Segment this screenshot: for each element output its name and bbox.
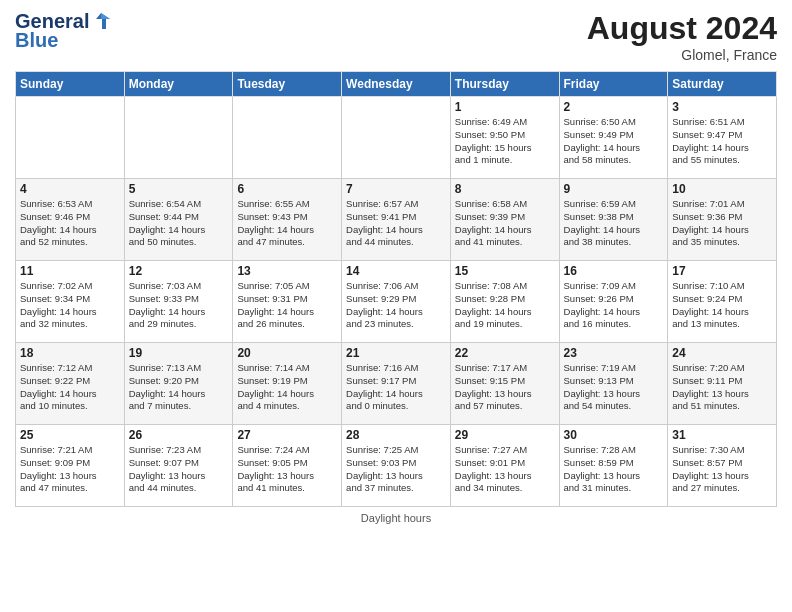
title-block: August 2024 Glomel, France (587, 10, 777, 63)
calendar-cell: 20Sunrise: 7:14 AM Sunset: 9:19 PM Dayli… (233, 343, 342, 425)
day-info: Sunrise: 6:49 AM Sunset: 9:50 PM Dayligh… (455, 116, 555, 167)
calendar-cell: 30Sunrise: 7:28 AM Sunset: 8:59 PM Dayli… (559, 425, 668, 507)
col-thursday: Thursday (450, 72, 559, 97)
calendar-cell: 21Sunrise: 7:16 AM Sunset: 9:17 PM Dayli… (342, 343, 451, 425)
calendar-cell: 22Sunrise: 7:17 AM Sunset: 9:15 PM Dayli… (450, 343, 559, 425)
day-number: 8 (455, 182, 555, 196)
calendar-cell: 9Sunrise: 6:59 AM Sunset: 9:38 PM Daylig… (559, 179, 668, 261)
day-number: 2 (564, 100, 664, 114)
day-number: 14 (346, 264, 446, 278)
daylight-hours-label: Daylight hours (361, 512, 431, 524)
day-info: Sunrise: 7:08 AM Sunset: 9:28 PM Dayligh… (455, 280, 555, 331)
calendar-cell: 7Sunrise: 6:57 AM Sunset: 9:41 PM Daylig… (342, 179, 451, 261)
day-info: Sunrise: 7:25 AM Sunset: 9:03 PM Dayligh… (346, 444, 446, 495)
day-number: 13 (237, 264, 337, 278)
calendar-cell: 16Sunrise: 7:09 AM Sunset: 9:26 PM Dayli… (559, 261, 668, 343)
calendar-cell: 26Sunrise: 7:23 AM Sunset: 9:07 PM Dayli… (124, 425, 233, 507)
calendar-cell: 14Sunrise: 7:06 AM Sunset: 9:29 PM Dayli… (342, 261, 451, 343)
calendar-week-3: 11Sunrise: 7:02 AM Sunset: 9:34 PM Dayli… (16, 261, 777, 343)
day-number: 3 (672, 100, 772, 114)
day-number: 26 (129, 428, 229, 442)
day-number: 12 (129, 264, 229, 278)
month-year: August 2024 (587, 10, 777, 47)
calendar-cell (16, 97, 125, 179)
day-number: 21 (346, 346, 446, 360)
day-info: Sunrise: 7:13 AM Sunset: 9:20 PM Dayligh… (129, 362, 229, 413)
calendar: Sunday Monday Tuesday Wednesday Thursday… (15, 71, 777, 507)
calendar-cell: 19Sunrise: 7:13 AM Sunset: 9:20 PM Dayli… (124, 343, 233, 425)
day-number: 7 (346, 182, 446, 196)
calendar-cell: 10Sunrise: 7:01 AM Sunset: 9:36 PM Dayli… (668, 179, 777, 261)
calendar-cell: 17Sunrise: 7:10 AM Sunset: 9:24 PM Dayli… (668, 261, 777, 343)
location: Glomel, France (587, 47, 777, 63)
day-info: Sunrise: 6:54 AM Sunset: 9:44 PM Dayligh… (129, 198, 229, 249)
day-number: 11 (20, 264, 120, 278)
calendar-cell: 11Sunrise: 7:02 AM Sunset: 9:34 PM Dayli… (16, 261, 125, 343)
calendar-cell (342, 97, 451, 179)
calendar-cell: 6Sunrise: 6:55 AM Sunset: 9:43 PM Daylig… (233, 179, 342, 261)
day-info: Sunrise: 7:01 AM Sunset: 9:36 PM Dayligh… (672, 198, 772, 249)
calendar-cell: 27Sunrise: 7:24 AM Sunset: 9:05 PM Dayli… (233, 425, 342, 507)
day-number: 10 (672, 182, 772, 196)
calendar-cell: 29Sunrise: 7:27 AM Sunset: 9:01 PM Dayli… (450, 425, 559, 507)
calendar-cell (124, 97, 233, 179)
calendar-cell: 4Sunrise: 6:53 AM Sunset: 9:46 PM Daylig… (16, 179, 125, 261)
day-number: 28 (346, 428, 446, 442)
day-info: Sunrise: 7:17 AM Sunset: 9:15 PM Dayligh… (455, 362, 555, 413)
calendar-cell: 3Sunrise: 6:51 AM Sunset: 9:47 PM Daylig… (668, 97, 777, 179)
page: General Blue August 2024 Glomel, France … (0, 0, 792, 612)
day-number: 23 (564, 346, 664, 360)
day-number: 19 (129, 346, 229, 360)
day-info: Sunrise: 7:03 AM Sunset: 9:33 PM Dayligh… (129, 280, 229, 331)
day-info: Sunrise: 7:09 AM Sunset: 9:26 PM Dayligh… (564, 280, 664, 331)
day-info: Sunrise: 7:28 AM Sunset: 8:59 PM Dayligh… (564, 444, 664, 495)
calendar-cell: 13Sunrise: 7:05 AM Sunset: 9:31 PM Dayli… (233, 261, 342, 343)
calendar-cell: 8Sunrise: 6:58 AM Sunset: 9:39 PM Daylig… (450, 179, 559, 261)
day-number: 17 (672, 264, 772, 278)
calendar-cell (233, 97, 342, 179)
col-wednesday: Wednesday (342, 72, 451, 97)
day-number: 24 (672, 346, 772, 360)
day-info: Sunrise: 6:58 AM Sunset: 9:39 PM Dayligh… (455, 198, 555, 249)
day-number: 20 (237, 346, 337, 360)
day-number: 25 (20, 428, 120, 442)
calendar-week-1: 1Sunrise: 6:49 AM Sunset: 9:50 PM Daylig… (16, 97, 777, 179)
svg-marker-1 (101, 13, 110, 19)
day-info: Sunrise: 7:20 AM Sunset: 9:11 PM Dayligh… (672, 362, 772, 413)
calendar-week-2: 4Sunrise: 6:53 AM Sunset: 9:46 PM Daylig… (16, 179, 777, 261)
day-number: 31 (672, 428, 772, 442)
calendar-cell: 24Sunrise: 7:20 AM Sunset: 9:11 PM Dayli… (668, 343, 777, 425)
day-number: 29 (455, 428, 555, 442)
calendar-cell: 5Sunrise: 6:54 AM Sunset: 9:44 PM Daylig… (124, 179, 233, 261)
day-info: Sunrise: 6:55 AM Sunset: 9:43 PM Dayligh… (237, 198, 337, 249)
day-number: 1 (455, 100, 555, 114)
day-number: 27 (237, 428, 337, 442)
calendar-week-4: 18Sunrise: 7:12 AM Sunset: 9:22 PM Dayli… (16, 343, 777, 425)
day-info: Sunrise: 6:51 AM Sunset: 9:47 PM Dayligh… (672, 116, 772, 167)
day-number: 15 (455, 264, 555, 278)
footer-note: Daylight hours (15, 512, 777, 524)
day-number: 30 (564, 428, 664, 442)
header: General Blue August 2024 Glomel, France (15, 10, 777, 63)
day-number: 4 (20, 182, 120, 196)
day-number: 18 (20, 346, 120, 360)
calendar-cell: 15Sunrise: 7:08 AM Sunset: 9:28 PM Dayli… (450, 261, 559, 343)
day-info: Sunrise: 7:16 AM Sunset: 9:17 PM Dayligh… (346, 362, 446, 413)
calendar-header-row: Sunday Monday Tuesday Wednesday Thursday… (16, 72, 777, 97)
col-monday: Monday (124, 72, 233, 97)
day-info: Sunrise: 6:57 AM Sunset: 9:41 PM Dayligh… (346, 198, 446, 249)
col-tuesday: Tuesday (233, 72, 342, 97)
day-info: Sunrise: 7:27 AM Sunset: 9:01 PM Dayligh… (455, 444, 555, 495)
day-info: Sunrise: 7:05 AM Sunset: 9:31 PM Dayligh… (237, 280, 337, 331)
day-number: 16 (564, 264, 664, 278)
day-info: Sunrise: 6:53 AM Sunset: 9:46 PM Dayligh… (20, 198, 120, 249)
day-info: Sunrise: 6:50 AM Sunset: 9:49 PM Dayligh… (564, 116, 664, 167)
calendar-cell: 1Sunrise: 6:49 AM Sunset: 9:50 PM Daylig… (450, 97, 559, 179)
day-number: 9 (564, 182, 664, 196)
day-info: Sunrise: 7:10 AM Sunset: 9:24 PM Dayligh… (672, 280, 772, 331)
day-number: 6 (237, 182, 337, 196)
day-info: Sunrise: 7:23 AM Sunset: 9:07 PM Dayligh… (129, 444, 229, 495)
calendar-cell: 18Sunrise: 7:12 AM Sunset: 9:22 PM Dayli… (16, 343, 125, 425)
calendar-cell: 2Sunrise: 6:50 AM Sunset: 9:49 PM Daylig… (559, 97, 668, 179)
calendar-cell: 25Sunrise: 7:21 AM Sunset: 9:09 PM Dayli… (16, 425, 125, 507)
